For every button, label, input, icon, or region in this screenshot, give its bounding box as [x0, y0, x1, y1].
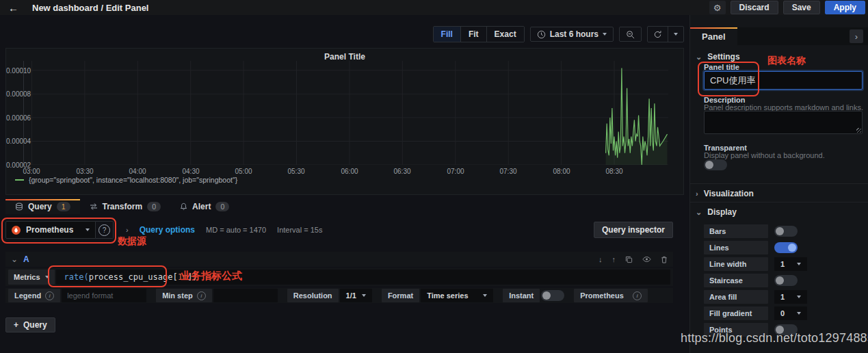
tab-transform[interactable]: Transform 0: [80, 199, 171, 214]
trash-icon[interactable]: [661, 256, 668, 263]
display-row-points: Points: [704, 323, 863, 337]
exact-button[interactable]: Exact: [486, 27, 524, 42]
database-icon: [15, 202, 23, 211]
save-button[interactable]: Save: [783, 1, 820, 14]
gear-icon[interactable]: ⚙: [709, 1, 726, 14]
x-axis-tick: 08:00: [551, 168, 573, 175]
caret-down-icon: [674, 33, 678, 36]
visualization-section-header[interactable]: › Visualization: [696, 189, 754, 198]
info-icon: i: [633, 291, 642, 300]
resolution-select[interactable]: 1/1: [340, 289, 372, 302]
query-ref-id: A: [23, 254, 29, 264]
transparent-hint: Display panel without a background.: [704, 151, 825, 159]
metrics-dropdown[interactable]: Metrics: [8, 270, 55, 285]
settings-section-label: Settings: [707, 52, 739, 62]
move-up-icon[interactable]: ↑: [612, 255, 616, 263]
toggle-knob: [776, 227, 784, 235]
area-fill-select[interactable]: 1: [774, 290, 807, 304]
min-step-input[interactable]: [213, 289, 278, 302]
display-row-fill-gradient: Fill gradient0: [704, 306, 863, 320]
refresh-interval-dropdown[interactable]: [668, 27, 683, 42]
move-down-icon[interactable]: ↓: [599, 255, 603, 263]
fill-gradient-select[interactable]: 0: [774, 306, 807, 320]
refresh-button[interactable]: [648, 27, 668, 42]
transform-icon: [90, 202, 98, 211]
visualization-section-label: Visualization: [704, 189, 754, 198]
time-range-picker[interactable]: Last 6 hours: [530, 27, 614, 42]
query-options-link[interactable]: Query options: [140, 225, 195, 235]
help-icon: ?: [98, 224, 110, 236]
chart-legend[interactable]: {group="springboot", instance="localhost…: [15, 176, 237, 184]
tab-transform-label: Transform: [103, 202, 143, 211]
collapse-sidebar-button[interactable]: ›: [850, 29, 863, 43]
add-query-button[interactable]: + Query: [5, 317, 55, 332]
caret-down-icon: [362, 294, 366, 297]
eye-icon[interactable]: [642, 256, 651, 263]
time-series-plot[interactable]: [23, 61, 668, 165]
apply-button[interactable]: Apply: [825, 1, 865, 14]
settings-section-header[interactable]: ⌄ Settings: [696, 52, 740, 62]
tab-panel[interactable]: Panel: [690, 27, 737, 45]
fit-button[interactable]: Fit: [460, 27, 486, 42]
lines-toggle[interactable]: [774, 242, 798, 253]
transparent-toggle[interactable]: [704, 159, 727, 170]
panel-title-label: Panel title: [704, 63, 739, 71]
panel-title-input[interactable]: [704, 71, 863, 90]
x-axis-tick: 03:00: [21, 168, 42, 175]
staircase-toggle[interactable]: [774, 275, 798, 286]
duplicate-icon[interactable]: [625, 256, 633, 263]
edit-panel-main: Fill Fit Exact Last 6 hours: [0, 15, 689, 353]
format-select[interactable]: Time series: [421, 289, 493, 302]
display-row-staircase: Staircase: [704, 274, 863, 287]
breadcrumb: New dashboard / Edit Panel: [32, 3, 148, 13]
panel-toolbar: Fill Fit Exact Last 6 hours: [433, 26, 684, 42]
bars-label: Bars: [704, 224, 768, 238]
expr-metric: process_cpu_usage[: [89, 272, 178, 282]
datasource-help-button[interactable]: ?: [96, 221, 114, 239]
format-value: Time series: [427, 291, 468, 300]
query-a-metrics-row: Metrics rate(process_cpu_usage[1m]): [5, 268, 673, 286]
chevron-right-icon: ›: [126, 226, 129, 234]
points-toggle[interactable]: [774, 324, 798, 335]
discard-button[interactable]: Discard: [731, 1, 778, 14]
options-sidebar: Panel › ⌄ Settings Panel title Descripti…: [689, 15, 868, 353]
tab-alert[interactable]: Alert 0: [170, 199, 239, 214]
x-axis-tick: 05:00: [233, 168, 254, 175]
resolution-value: 1/1: [346, 291, 356, 300]
tab-query[interactable]: Query 1: [5, 199, 80, 214]
datasource-picker[interactable]: Prometheus: [5, 221, 96, 239]
line-width-select[interactable]: 1: [774, 257, 807, 271]
metrics-label: Metrics: [14, 273, 40, 281]
display-section-header[interactable]: ⌄ Display: [696, 207, 737, 217]
zoom-out-button[interactable]: [619, 27, 642, 42]
promql-expression-input[interactable]: rate(process_cpu_usage[1m]): [56, 270, 670, 285]
datasource-row: Prometheus ? › Query options MD = auto =…: [5, 220, 673, 239]
display-row-lines: Lines: [704, 241, 863, 254]
bell-icon: [180, 202, 187, 211]
y-axis-tick: 0.00004: [6, 138, 21, 145]
query-inspector-button[interactable]: Query inspector: [594, 222, 673, 238]
y-axis-tick: 0.00010: [6, 67, 21, 75]
refresh-button-group: [647, 26, 684, 42]
legend-series-name: {group="springboot", instance="localhost…: [29, 176, 237, 184]
fill-button[interactable]: Fill: [434, 27, 460, 42]
toggle-knob: [705, 161, 713, 169]
caret-down-icon: [45, 276, 49, 278]
legend-format-input[interactable]: [62, 289, 146, 302]
description-textarea[interactable]: [704, 111, 863, 134]
divider: [690, 202, 868, 202]
chart-panel: Panel Title {group="springboot", instanc…: [5, 48, 684, 195]
tab-query-count: 1: [57, 202, 70, 211]
y-axis-tick: 0.00002: [6, 161, 21, 169]
display-row-bars: Bars: [704, 224, 863, 238]
refresh-icon: [653, 30, 662, 39]
toggle-knob: [776, 276, 784, 285]
bars-toggle[interactable]: [774, 226, 798, 237]
tab-query-label: Query: [28, 202, 52, 211]
x-axis-tick: 06:00: [339, 168, 360, 175]
instant-toggle[interactable]: [541, 290, 564, 301]
query-a-header[interactable]: ⌄ A ↓ ↑: [5, 252, 673, 267]
back-icon[interactable]: ←: [3, 2, 24, 14]
display-row-line-width: Line width1: [704, 257, 863, 271]
add-query-label: Query: [23, 320, 47, 330]
